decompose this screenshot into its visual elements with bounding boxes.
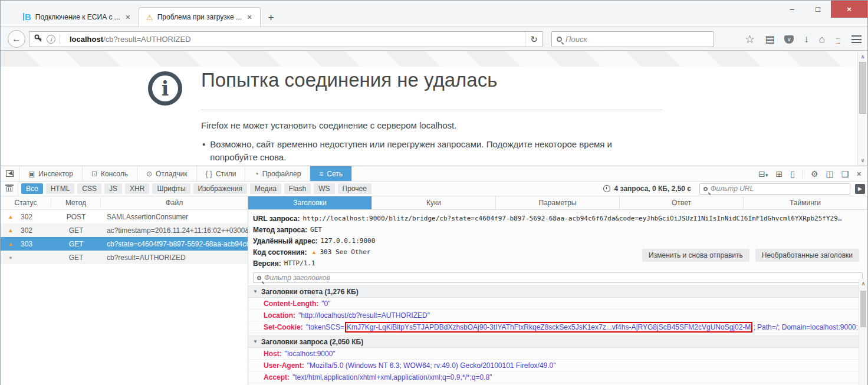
settings-gear-icon[interactable]: ⚙ [811, 169, 818, 179]
striped-band [1, 51, 867, 67]
warning-triangle-icon: ▲ [1, 227, 21, 233]
search-icon [257, 276, 261, 280]
filter-js[interactable]: JS [104, 183, 122, 194]
separate-window-icon[interactable]: ❑ [841, 169, 849, 179]
table-row[interactable]: ▲302 GET ac?timestamp=2016.11.24+11:16:0… [1, 223, 248, 237]
warning-triangle-icon: ▲ [311, 249, 317, 255]
headers-filter-input[interactable] [264, 274, 859, 282]
request-list-header: Статус Метод Файл [1, 196, 248, 210]
new-tab-button[interactable]: + [261, 12, 281, 27]
column-status[interactable]: Статус [1, 199, 51, 208]
search-input[interactable] [565, 35, 709, 44]
filter-html[interactable]: HTML [46, 183, 75, 194]
tab-debugger[interactable]: ⊙Отладчик [137, 166, 197, 181]
table-row-selected[interactable]: ▲303 GET cb?state=c4604f97-b897-5692-68a… [1, 237, 248, 251]
filter-all[interactable]: Все [21, 183, 43, 194]
table-row[interactable]: ▲302 POST SAMLAssertionConsumer [1, 210, 248, 223]
dock-mode-icon[interactable]: ⊟▾ [758, 169, 768, 179]
tab-response[interactable]: Ответ [620, 196, 744, 209]
scrollbar-thumb[interactable] [860, 291, 866, 327]
raw-headers-button[interactable]: Необработанные заголовки [755, 249, 859, 262]
page-scrollbar[interactable]: ∧ ∨ [857, 51, 867, 166]
filter-xhr[interactable]: XHR [125, 183, 149, 194]
filter-images[interactable]: Изображения [193, 183, 247, 194]
minimize-button[interactable]: – [779, 1, 805, 18]
filter-ws[interactable]: WS [314, 183, 334, 194]
request-list: Статус Метод Файл ▲302 POST SAMLAssertio… [1, 196, 248, 385]
reload-icon[interactable]: ↻ [525, 32, 542, 47]
header-row[interactable]: Host: "localhost:9000" [248, 348, 867, 360]
tab-error-page[interactable]: ⚠ Проблема при загрузке ... × [139, 7, 261, 27]
error-title: Попытка соединения не удалась [201, 69, 497, 91]
detail-scrollbar[interactable]: ∧ [859, 279, 867, 385]
tab-profiler[interactable]: ◔Профайлер [245, 166, 310, 181]
home-icon[interactable]: ⌂ [819, 34, 825, 44]
annotation-red-box: KmJ7Kgr-LqKiBltpYs5TJAPDBdXzhsbOAj90-3tI… [345, 322, 752, 333]
header-row[interactable]: Content-Length: "0" [248, 298, 867, 310]
url-text[interactable]: localhost/cb?result=AUTHORIZED [65, 35, 191, 44]
request-summary: URL запроса:http://localhost:9000/blitz/… [248, 210, 867, 271]
close-devtools-icon[interactable]: × [856, 169, 862, 179]
header-row[interactable]: User-Agent: "Mozilla/5.0 (Windows NT 6.3… [248, 360, 867, 371]
info-error-icon: i [148, 71, 182, 106]
url-bar[interactable]: i localhost/cb?result=AUTHORIZED ↻ [29, 31, 543, 47]
tab-console[interactable]: ⊡Консоль [83, 166, 137, 181]
column-method[interactable]: Метод [51, 199, 101, 208]
bookmark-star-icon[interactable]: ☆ [745, 34, 755, 45]
pocket-icon[interactable]: ∨ [784, 35, 794, 44]
column-file[interactable]: Файл [101, 199, 248, 208]
back-button[interactable]: ← [8, 30, 25, 48]
scroll-up-icon[interactable]: ∧ [858, 54, 867, 60]
request-headers-section[interactable]: ▼ Заголовки запроса (2,050 КБ) [248, 335, 867, 348]
search-icon [557, 37, 562, 42]
split-console-icon[interactable]: ⊞ [775, 169, 782, 179]
tab-headers[interactable]: Заголовки [248, 196, 372, 209]
tab-styles[interactable]: { }Стили [197, 166, 246, 181]
toggle-details-pane-icon[interactable]: ▶ [855, 184, 865, 194]
downloads-icon[interactable]: ↓ [804, 34, 809, 44]
detail-tabs: Заголовки Куки Параметры Ответ Тайминги [248, 196, 867, 210]
header-row-set-cookie[interactable]: Set-Cookie: "tokenSCS=KmJ7Kgr-LqKiBltpYs… [248, 321, 867, 333]
divider [60, 34, 60, 44]
url-filter-box[interactable] [699, 183, 850, 195]
tab-params[interactable]: Параметры [496, 196, 620, 209]
close-icon[interactable]: × [246, 12, 253, 22]
dock-side-icon[interactable]: ◫ [826, 169, 833, 179]
tab-inspector[interactable]: ▣Инспектор [19, 166, 83, 181]
site-info-icon[interactable]: i [47, 35, 55, 44]
filter-other[interactable]: Прочее [338, 183, 371, 194]
element-picker-button[interactable] [1, 166, 19, 181]
filter-flash[interactable]: Flash [284, 183, 311, 194]
menu-icon[interactable] [851, 35, 862, 43]
tab-network[interactable]: ≡Сеть [310, 166, 352, 181]
tab-cookies[interactable]: Куки [372, 196, 496, 209]
navigation-toolbar: ← i localhost/cb?result=AUTHORIZED ↻ ☆ ▤… [1, 27, 867, 51]
reading-list-icon[interactable]: ▤ [765, 34, 774, 44]
header-row[interactable]: Accept: "text/html,application/xhtml+xml… [248, 371, 867, 383]
filter-media[interactable]: Медиа [250, 183, 281, 194]
scroll-up-icon[interactable]: ∧ [859, 281, 867, 287]
tab-timings[interactable]: Тайминги [744, 196, 867, 209]
search-bar[interactable] [551, 31, 714, 47]
header-row[interactable]: Location: "http://localhost/cb?result=AU… [248, 310, 867, 321]
scroll-down-icon[interactable]: ∨ [858, 157, 867, 163]
clear-requests-button[interactable] [1, 182, 18, 196]
key-icon[interactable] [34, 34, 42, 44]
proxy-switch-icon[interactable]: ←→ [835, 35, 841, 44]
maximize-button[interactable]: □ [805, 1, 831, 18]
profiler-icon: ◔ [254, 170, 258, 178]
close-window-button[interactable]: × [831, 1, 867, 18]
table-row[interactable]: ● GET cb?result=AUTHORIZED [1, 251, 248, 264]
url-filter-input[interactable] [711, 185, 846, 193]
scrollbar-thumb[interactable] [859, 62, 866, 114]
responsive-mode-icon[interactable]: ▯ [790, 169, 795, 179]
close-icon[interactable]: × [124, 12, 131, 22]
filter-css[interactable]: CSS [77, 183, 101, 194]
edit-resend-button[interactable]: Изменить и снова отправить [642, 249, 749, 262]
blitz-logo-icon: B [23, 13, 31, 21]
tab-esia[interactable]: B Подключение к ЕСИА с ... × [16, 7, 139, 27]
response-headers-section[interactable]: ▼ Заголовки ответа (1,276 КБ) [248, 285, 867, 298]
filter-fonts[interactable]: Шрифты [152, 183, 190, 194]
devtools-toolbar: ▣Инспектор ⊡Консоль ⊙Отладчик { }Стили ◔… [1, 166, 867, 182]
headers-filter-box[interactable] [253, 272, 863, 283]
